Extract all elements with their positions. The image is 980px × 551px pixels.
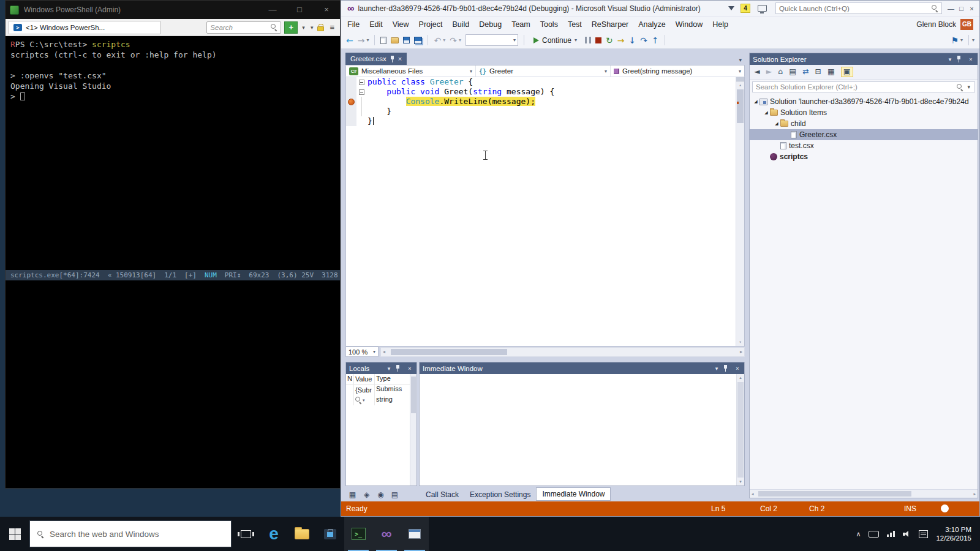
splitter-handle[interactable] [736,77,744,81]
break-all-icon[interactable] [585,37,591,43]
locals-column-header[interactable]: Value [354,374,375,384]
store-button[interactable] [316,517,344,551]
column-indicator[interactable]: Col 2 [760,504,777,513]
maximize-button[interactable]: □ [956,5,967,12]
toggle-bookmark-icon[interactable]: ⚑ [951,36,959,45]
menu-resharper[interactable]: ReSharper [587,18,633,31]
tab-call-stack[interactable]: Call Stack [420,489,464,500]
scroll-down-icon[interactable]: ▾ [737,478,744,485]
scroll-left-icon[interactable]: ◂ [752,490,754,498]
scroll-left-icon[interactable]: ◂ [383,348,385,356]
menu-analyze[interactable]: Analyze [633,18,670,31]
fold-toggle-icon[interactable] [359,89,364,95]
menu-team[interactable]: Team [507,18,535,31]
app-window-button[interactable] [401,517,429,551]
locals-panel-header[interactable]: Locals ▾ × [346,362,417,374]
navigate-forward-icon[interactable]: → [358,36,365,45]
scrollbar-thumb[interactable] [411,377,416,413]
user-avatar[interactable]: GB [960,19,973,30]
scrollbar-thumb[interactable] [758,491,911,497]
menu-window[interactable]: Window [671,18,707,31]
scroll-right-icon[interactable]: ▸ [973,490,976,498]
code-line[interactable]: public void Greet(string message) { [346,87,736,97]
menu-project[interactable]: Project [414,18,448,31]
navigate-dropdown-icon[interactable]: ▾ [366,38,369,43]
new-console-button[interactable]: + [284,21,298,34]
menu-build[interactable]: Build [447,18,474,31]
code-editor[interactable]: public class Greeter { public void Greet… [345,77,745,347]
expander-icon[interactable]: ◢ [773,121,780,126]
breakpoint-margin[interactable] [346,116,356,126]
scroll-down-icon[interactable]: ▾ [736,339,744,346]
character-indicator[interactable]: Ch 2 [809,504,824,513]
menu-file[interactable]: File [342,18,364,31]
continue-button[interactable]: Continue▾ [530,34,581,47]
output-tab-icon[interactable]: ▤ [388,490,402,499]
navigate-backward-icon[interactable]: ← [346,36,353,45]
breakpoint-margin[interactable] [346,107,356,116]
locals-row[interactable]: {SubrSubmiss [346,384,417,395]
expander-icon[interactable]: ◢ [752,99,760,104]
breakpoint-glyph[interactable] [348,99,355,105]
code-line[interactable]: } [346,107,736,116]
maximize-button[interactable]: □ [286,1,313,19]
menu-view[interactable]: View [388,18,414,31]
start-button[interactable] [0,517,29,551]
notifications-badge[interactable]: 4 [741,4,750,13]
vertical-scrollbar[interactable]: ▴ ▾ [736,77,744,346]
terminal-output[interactable]: RPS C:\src\test> scriptcsscriptcs (ctrl-… [6,36,340,270]
redo-dropdown-icon[interactable]: ▾ [459,38,461,43]
open-file-icon[interactable] [391,37,399,43]
close-icon[interactable]: × [734,365,741,372]
send-feedback-icon[interactable] [758,5,767,12]
menu-test[interactable]: Test [563,18,587,31]
active-consoles-dropdown-icon[interactable]: ▾ [309,24,315,31]
scroll-up-icon[interactable]: ▴ [737,374,744,381]
menu-tools[interactable]: Tools [535,18,563,31]
preview-selected-items-icon[interactable]: ▣ [841,67,853,77]
edge-button[interactable]: e [260,517,288,551]
type-dropdown[interactable]: {} Greeter ▾ [476,66,611,77]
fold-toggle-icon[interactable] [359,80,364,85]
forward-icon[interactable]: ► [766,68,772,76]
horizontal-scrollbar[interactable]: ◂ ▸ [380,347,745,357]
pin-icon[interactable] [723,365,731,372]
window-position-icon[interactable]: ▾ [713,365,720,372]
action-center-icon[interactable] [919,530,928,538]
code-line[interactable]: } [346,116,736,126]
sync-with-active-document-icon[interactable]: ⇄ [802,68,809,76]
undo-icon[interactable]: ↶ [434,36,441,45]
expander-icon[interactable]: ◢ [763,110,770,115]
solution-explorer-search-input[interactable]: Search Solution Explorer (Ctrl+;) ▾ [752,81,975,92]
scroll-up-icon[interactable]: ▴ [736,81,744,89]
file-explorer-button[interactable] [288,517,316,551]
undo-dropdown-icon[interactable]: ▾ [443,38,445,43]
step-out-icon[interactable]: ↑ [652,36,659,45]
new-file-icon[interactable] [380,37,386,44]
tree-item-child[interactable]: ◢child [750,118,978,129]
powershell-titlebar[interactable]: Windows PowerShell (Admin) — □ × [6,1,340,19]
show-next-statement-icon[interactable]: → [617,36,625,45]
console-app-button[interactable]: >_ [344,517,372,551]
line-indicator[interactable]: Ln 5 [711,504,725,513]
tab-greeter-csx[interactable]: Greeter.csx × [345,53,407,65]
code-line[interactable]: public class Greeter { [346,77,736,87]
minimize-button[interactable]: — [946,5,956,12]
minimize-button[interactable]: — [259,1,286,19]
close-icon[interactable]: × [967,56,974,62]
tree-item-solution-launcher-d3a36979-4526-4f7b-9b01-d8ec4e79b24d[interactable]: ◢Solution 'launcher-d3a36979-4526-4f7b-9… [750,96,978,107]
save-icon[interactable] [403,37,410,43]
clock[interactable]: 3:10 PM 12/26/2015 [936,525,971,542]
close-button[interactable]: × [313,1,340,19]
tree-item-solution-items[interactable]: ◢Solution Items [750,107,978,118]
breakpoints-tab-icon[interactable]: ◉ [374,490,388,499]
window-position-icon[interactable]: ▾ [385,365,393,372]
tab-exception-settings[interactable]: Exception Settings [464,489,536,500]
scrollbar-thumb[interactable] [737,382,744,478]
document-list-dropdown-icon[interactable]: ▾ [739,57,745,65]
locals-row[interactable]: ▾string [346,395,417,405]
volume-icon[interactable] [903,531,911,538]
stop-debugging-icon[interactable] [595,37,601,43]
project-dropdown[interactable]: C# Miscellaneous Files ▾ [346,66,476,77]
save-all-icon[interactable] [414,37,422,44]
